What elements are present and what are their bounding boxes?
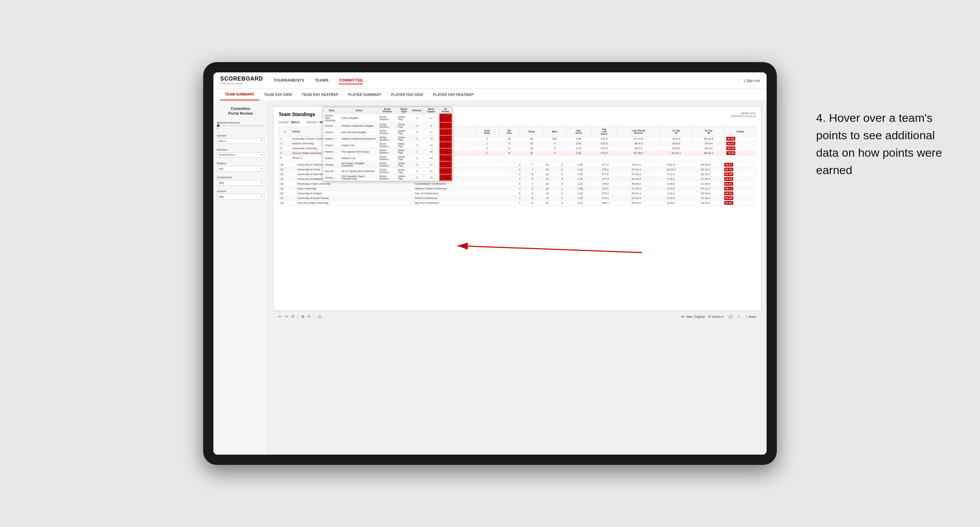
sidebar-field-gender[interactable]: Men's ▾ — [217, 138, 264, 144]
sidebar-label-conference: Conference — [217, 176, 264, 179]
logo-area: SCOREBOARD Powered by clippd — [220, 76, 263, 85]
sidebar-section-school: School (All) ▾ — [217, 190, 264, 200]
annotation-text: 4. Hover over a team's points to see add… — [816, 109, 953, 179]
app-title: SCOREBOARD — [220, 76, 263, 82]
share-button[interactable]: ⤴ Share — [745, 315, 756, 319]
share-icon: ⤴ — [745, 315, 747, 319]
sidebar-section-division: Division NCAA Division I ▾ — [217, 148, 264, 158]
sub-nav: TEAM SUMMARY TEAM H2H GRID TEAM H2H HEAT… — [213, 89, 767, 101]
comment-button[interactable]: 💬 — [729, 315, 732, 319]
bottom-toolbar: ↩ ↪ ↺ ⧉ ✏ ◷ 👁 View: Original 👁 — [273, 311, 762, 322]
sidebar: CommitteePortal Review Minimum Rounds 0 … — [213, 101, 268, 455]
tooltip-overlay: Team Event Event Division Event Type Rou… — [323, 106, 452, 181]
tooltip-row: Univers... 2023 Salsalito Players Champi… — [323, 175, 452, 181]
expand-button[interactable]: ⤢ — [738, 315, 740, 319]
tooltip-row: East Ter... OFCC Fighting Illini Invitat… — [323, 168, 452, 175]
filter-gender-value: Men's — [291, 121, 300, 124]
sidebar-section-region: Region N/A ▾ — [217, 162, 264, 172]
col-avg-low: AvgLowScore — [592, 127, 617, 137]
cell-vs25: 13-9-0 — [660, 137, 692, 141]
cell-points[interactable]: 97.02 — [725, 137, 756, 141]
cell-no-tour: 10 — [498, 137, 520, 141]
report-title: Team Standings — [278, 112, 315, 117]
tooltip-row: Univers... Williams Cup NCAA Division I … — [323, 155, 452, 162]
col-rnds: Rnds — [520, 127, 544, 137]
nav-tournaments[interactable]: TOURNAMENTS — [274, 77, 305, 84]
table-row: 24 University of Oregon Pac-12 Conferenc… — [279, 191, 756, 196]
tab-team-h2h-heatmap[interactable]: TEAM H2H HEATMAP — [297, 89, 343, 100]
sidebar-field-conference[interactable]: (All) ▾ — [217, 180, 264, 186]
tooltip-row: Univers... National Invitational Tournam… — [323, 135, 452, 142]
sidebar-field-region[interactable]: N/A ▾ — [217, 166, 264, 172]
col-adj-score: Adj.Score — [566, 127, 592, 137]
sidebar-field-division[interactable]: NCAA Division I ▾ — [217, 152, 264, 158]
redo-icon[interactable]: ↪ — [285, 314, 288, 319]
cell-rank: 2 — [279, 141, 291, 146]
tab-player-h2h-heatmap[interactable]: PLAYER H2H HEATMAP — [428, 89, 478, 100]
tooltip-row: Arizona StateUniversity Cabo Collegiate … — [323, 114, 452, 122]
clock-icon[interactable]: ◷ — [318, 314, 321, 319]
col-wins: Wins — [543, 127, 566, 137]
report-container: Team Standings Update time: 13/03/2024 1… — [273, 106, 762, 311]
cell-rank: 1 — [279, 137, 291, 141]
tooltip-col-type: Event Type — [396, 107, 411, 114]
toolbar-separator-2 — [314, 314, 315, 319]
cell-rnds: 30 — [520, 137, 544, 141]
filter-gender-label: Gender: — [278, 121, 290, 124]
view-original-button[interactable]: 👁 View: Original — [681, 315, 705, 319]
toolbar-separator — [298, 314, 298, 319]
tab-team-h2h-grid[interactable]: TEAM H2H GRID — [259, 89, 297, 100]
cell-avg-low: 272.0 — [592, 137, 617, 141]
col-no-tour: NoTour — [498, 127, 520, 137]
toolbar-right: 👁 Watch ▾ 💬 ⤢ ⤴ Share — [708, 315, 756, 319]
sidebar-label-school: School — [217, 190, 264, 193]
undo-icon[interactable]: ↩ — [278, 314, 282, 319]
table-row: 23 Duke University Atlantic Coast Confer… — [279, 186, 756, 191]
tooltip-row: Georgia Ben Hogan Collegiate Invitationa… — [323, 162, 452, 168]
tooltip-table: Team Event Event Division Event Type Rou… — [323, 107, 452, 181]
filter-division-label: Division: — [307, 121, 318, 124]
tab-player-h2h-grid[interactable]: PLAYER H2H GRID — [386, 89, 428, 100]
app-subtitle: Powered by clippd — [220, 82, 263, 85]
main-content: CommitteePortal Review Minimum Rounds 0 … — [213, 101, 767, 455]
sidebar-section-gender: Gender Men's ▾ — [217, 134, 264, 144]
watch-button[interactable]: 👁 Watch ▾ — [708, 315, 724, 319]
sidebar-field-school[interactable]: (All) ▾ — [217, 194, 264, 200]
tab-team-summary[interactable]: TEAM SUMMARY — [220, 89, 259, 100]
tooltip-col-points: W Points — [439, 107, 452, 114]
tooltip-row: Univers... Southern Highlands Collegiate… — [323, 122, 452, 129]
tablet-frame: SCOREBOARD Powered by clippd TOURNAMENTS… — [203, 62, 777, 465]
copy-icon[interactable]: ⧉ — [302, 314, 304, 319]
refresh-icon[interactable]: ↺ — [291, 314, 294, 319]
col-rank: # — [279, 127, 291, 137]
filter-gender: Gender: Men's — [278, 121, 300, 124]
tooltip-col-team: Team — [323, 107, 340, 114]
col-low-overall: Low OverallRecord — [617, 127, 660, 137]
tooltip-row: Florida I... The Cypress Point Classic N… — [323, 148, 452, 155]
sidebar-section-min-rounds: Minimum Rounds 0 — [217, 121, 264, 130]
table-row: 25 University of North Florida ASUN Conf… — [279, 196, 756, 201]
sidebar-section-conference: Conference (All) ▾ — [217, 176, 264, 186]
col-conf-rank: ConfRank — [475, 127, 498, 137]
col-points: Points — [725, 127, 756, 137]
table-row: 26 The Ohio State University Big Ten Con… — [279, 201, 756, 205]
cell-low-record: 67-10-0 — [617, 137, 660, 141]
sign-out-link[interactable]: | Sign out — [738, 78, 760, 83]
tab-player-summary[interactable]: PLAYER SUMMARY — [343, 89, 386, 100]
expand-icon: ⤢ — [738, 315, 740, 319]
cell-adj: 2.86 — [566, 137, 592, 141]
cell-wins: 262 — [543, 137, 566, 141]
nav-teams[interactable]: TEAMS — [315, 77, 328, 84]
watch-chevron: ▾ — [722, 315, 724, 319]
sidebar-label-division: Division — [217, 148, 264, 151]
tooltip-row: Univers... Amer Atr Intercollegiate NCAA… — [323, 129, 452, 135]
tooltip-col-rounds: Rounds — [411, 107, 423, 114]
sidebar-label-gender: Gender — [217, 134, 264, 137]
table-row: 22 Mississippi State University Southeas… — [279, 182, 756, 186]
sidebar-label-min-rounds: Minimum Rounds — [217, 121, 264, 124]
sidebar-title: CommitteePortal Review — [217, 106, 264, 116]
nav-committee[interactable]: COMMITTEE — [339, 77, 363, 84]
main-nav: TOURNAMENTS TEAMS COMMITTEE — [274, 77, 738, 84]
tooltip-row: Univers... Copper Cup NCAA Division I Ma… — [323, 142, 452, 148]
paint-icon[interactable]: ✏ — [308, 314, 311, 319]
